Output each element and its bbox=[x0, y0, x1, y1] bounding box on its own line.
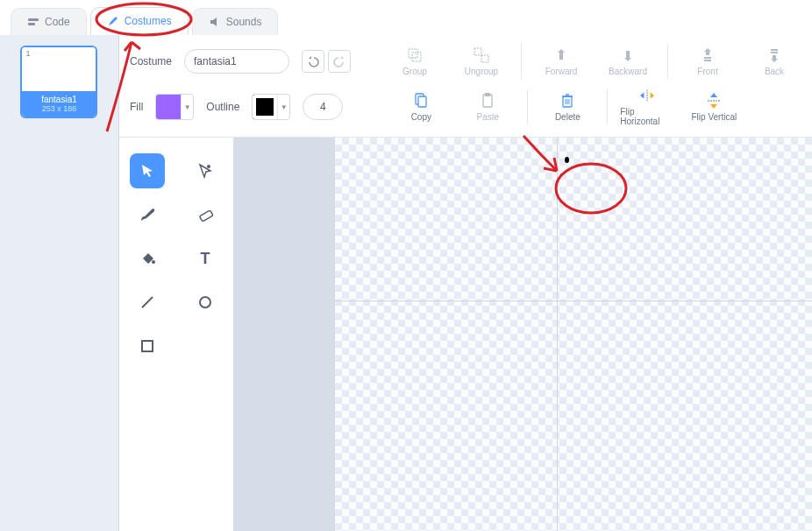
main-pane: Costume Group Un bbox=[119, 35, 812, 531]
svg-rect-12 bbox=[483, 95, 492, 107]
tab-costumes-label: Costumes bbox=[125, 15, 172, 27]
svg-rect-2 bbox=[409, 49, 417, 58]
front-button[interactable]: Front bbox=[680, 47, 735, 76]
svg-rect-7 bbox=[704, 60, 711, 61]
backward-button[interactable]: Backward bbox=[601, 47, 655, 76]
undo-button[interactable] bbox=[302, 50, 324, 73]
backward-icon bbox=[620, 47, 636, 63]
delete-button[interactable]: Delete bbox=[540, 93, 595, 122]
svg-point-22 bbox=[200, 297, 210, 308]
flip-horizontal-icon bbox=[639, 88, 655, 103]
thumb-size: 253 x 186 bbox=[24, 104, 94, 113]
fill-tool[interactable] bbox=[130, 241, 165, 276]
chevron-down-icon: ▼ bbox=[181, 95, 193, 119]
delete-label: Delete bbox=[555, 112, 581, 122]
costume-label: Costume bbox=[130, 55, 172, 67]
copy-button[interactable]: Copy bbox=[394, 93, 448, 122]
group-label: Group bbox=[402, 67, 427, 76]
svg-rect-4 bbox=[474, 48, 481, 55]
svg-text:T: T bbox=[200, 251, 210, 266]
tab-bar: Code Costumes Sounds bbox=[0, 0, 812, 35]
paste-label: Paste bbox=[477, 112, 500, 122]
tab-costumes[interactable]: Costumes bbox=[90, 7, 189, 35]
costume-name-input[interactable] bbox=[184, 49, 289, 74]
eraser-tool[interactable] bbox=[188, 197, 223, 232]
paste-button[interactable]: Paste bbox=[460, 93, 515, 122]
canvas-margin bbox=[233, 138, 334, 531]
forward-icon bbox=[553, 47, 569, 63]
fill-label: Fill bbox=[130, 101, 143, 113]
svg-rect-13 bbox=[485, 93, 490, 96]
group-icon bbox=[407, 47, 423, 63]
canvas[interactable] bbox=[334, 138, 812, 531]
back-label: Back bbox=[765, 67, 784, 76]
line-tool[interactable] bbox=[130, 285, 165, 320]
toolbar-row-2: Fill ▼ Outline ▼ Copy bbox=[119, 88, 812, 137]
tab-code-label: Code bbox=[45, 16, 70, 28]
costume-sidebar: 1 fantasia1 253 x 186 bbox=[0, 35, 119, 531]
ungroup-button[interactable]: Ungroup bbox=[454, 47, 509, 76]
tab-sounds[interactable]: Sounds bbox=[192, 8, 279, 35]
backward-label: Backward bbox=[609, 67, 647, 76]
rect-tool[interactable] bbox=[130, 329, 165, 364]
text-tool[interactable]: T bbox=[188, 241, 223, 276]
svg-rect-3 bbox=[412, 53, 421, 61]
thumb-name: fantasia1 bbox=[24, 95, 94, 104]
svg-rect-18 bbox=[199, 210, 213, 222]
front-label: Front bbox=[697, 67, 717, 76]
thumb-index: 1 bbox=[25, 49, 30, 58]
forward-label: Forward bbox=[545, 67, 578, 76]
brush-icon bbox=[107, 15, 119, 27]
front-icon bbox=[700, 47, 716, 63]
outline-color-picker[interactable]: ▼ bbox=[252, 94, 290, 120]
workspace: 1 fantasia1 253 x 186 Costume bbox=[0, 35, 812, 531]
outline-swatch bbox=[253, 95, 277, 119]
forward-button[interactable]: Forward bbox=[534, 47, 588, 76]
outline-width-input[interactable] bbox=[303, 94, 343, 120]
svg-rect-9 bbox=[771, 52, 778, 53]
redo-button[interactable] bbox=[328, 50, 351, 73]
drawn-dot[interactable] bbox=[565, 157, 569, 163]
select-tool[interactable] bbox=[130, 153, 165, 188]
back-icon bbox=[766, 47, 782, 63]
ungroup-icon bbox=[474, 47, 489, 63]
code-icon bbox=[27, 16, 39, 28]
tab-sounds-label: Sounds bbox=[226, 16, 262, 28]
flip-vertical-button[interactable]: Flip Vertical bbox=[687, 93, 741, 122]
back-button[interactable]: Back bbox=[747, 47, 801, 76]
separator bbox=[527, 89, 528, 124]
svg-line-21 bbox=[142, 297, 153, 308]
canvas-area[interactable] bbox=[233, 138, 812, 531]
fill-swatch bbox=[156, 95, 181, 119]
flip-h-label: Flip Horizontal bbox=[620, 107, 674, 126]
svg-point-17 bbox=[207, 165, 210, 168]
svg-rect-8 bbox=[771, 49, 778, 51]
separator bbox=[607, 89, 608, 124]
edit-area: T bbox=[119, 138, 812, 531]
sound-icon bbox=[209, 16, 221, 28]
fill-color-picker[interactable]: ▼ bbox=[155, 94, 194, 120]
trash-icon bbox=[559, 93, 575, 109]
toolbar-row-1: Costume Group Un bbox=[119, 35, 812, 88]
flip-horizontal-button[interactable]: Flip Horizontal bbox=[620, 88, 674, 126]
svg-rect-5 bbox=[481, 55, 488, 62]
costume-thumbnail[interactable]: 1 fantasia1 253 x 186 bbox=[20, 46, 97, 118]
reshape-tool[interactable] bbox=[188, 153, 223, 188]
drawing-toolbox: T bbox=[119, 138, 233, 531]
outline-label: Outline bbox=[206, 101, 239, 113]
paste-icon bbox=[480, 93, 495, 109]
group-button[interactable]: Group bbox=[388, 47, 442, 76]
tab-code[interactable]: Code bbox=[11, 8, 87, 35]
svg-rect-6 bbox=[704, 57, 711, 59]
svg-rect-23 bbox=[142, 341, 153, 351]
svg-point-19 bbox=[152, 260, 155, 264]
circle-tool[interactable] bbox=[188, 285, 223, 320]
flip-v-label: Flip Vertical bbox=[691, 112, 737, 122]
svg-rect-11 bbox=[418, 96, 426, 107]
ungroup-label: Ungroup bbox=[465, 67, 498, 76]
separator bbox=[521, 44, 522, 79]
separator bbox=[667, 44, 668, 79]
copy-label: Copy bbox=[411, 112, 431, 122]
brush-tool[interactable] bbox=[130, 197, 165, 232]
flip-vertical-icon bbox=[706, 93, 722, 109]
